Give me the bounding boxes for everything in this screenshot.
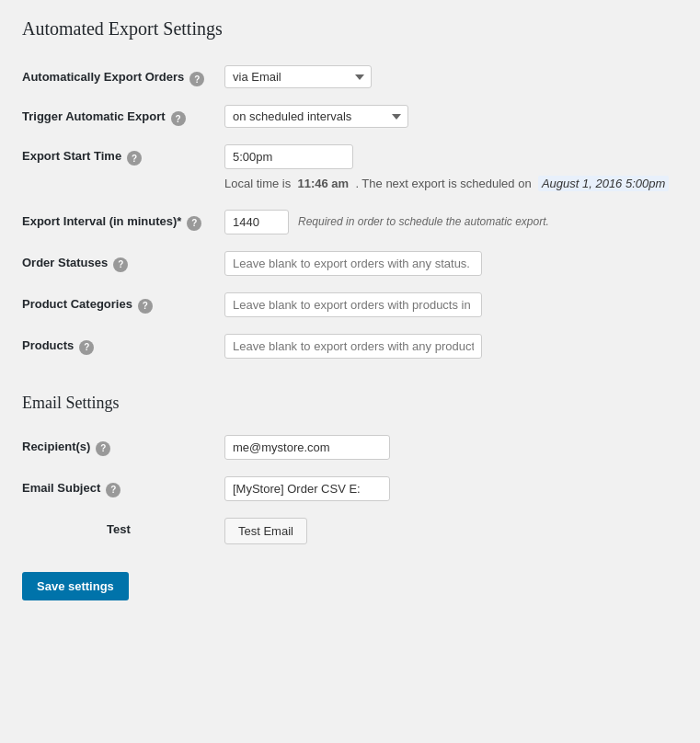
email-settings-table: Recipient(s) ? Email Subject ?	[22, 428, 678, 554]
order-statuses-help-icon[interactable]: ?	[113, 257, 128, 272]
export-interval-field: Required in order to schedule the automa…	[224, 202, 678, 244]
trigger-row: Trigger Automatic Export ? on scheduled …	[22, 97, 678, 137]
order-statuses-label: Order Statuses ?	[22, 244, 224, 285]
email-subject-label: Email Subject ?	[22, 469, 224, 510]
auto-export-label: Automatically Export Orders ?	[22, 58, 224, 97]
export-start-time-row: Export Start Time ? Local time is 11:46 …	[22, 137, 678, 202]
export-interval-input[interactable]	[224, 210, 289, 234]
local-time-value: 11:46 am	[297, 177, 349, 190]
auto-export-select[interactable]: via Email via FTP Disabled	[224, 65, 372, 88]
email-subject-help-icon[interactable]: ?	[106, 483, 120, 497]
products-label: Products ?	[22, 326, 224, 368]
product-categories-help-icon[interactable]: ?	[138, 299, 153, 314]
auto-export-field: via Email via FTP Disabled	[224, 58, 678, 97]
test-row: Test Test Email	[22, 510, 678, 554]
product-categories-row: Product Categories ?	[22, 285, 678, 326]
time-info: Local time is 11:46 am . The next export…	[224, 175, 678, 193]
auto-export-help-icon[interactable]: ?	[189, 72, 204, 86]
order-statuses-input[interactable]	[224, 251, 482, 276]
export-start-time-field: Local time is 11:46 am . The next export…	[224, 137, 678, 202]
products-field	[224, 326, 678, 368]
email-section-title: Email Settings	[22, 394, 678, 413]
order-statuses-row: Order Statuses ?	[22, 244, 678, 285]
save-section: Save settings	[22, 554, 678, 600]
page-title: Automated Export Settings	[22, 18, 678, 40]
export-interval-row: Export Interval (in minutes)* ? Required…	[22, 202, 678, 244]
test-email-button[interactable]: Test Email	[224, 518, 307, 544]
products-help-icon[interactable]: ?	[79, 340, 94, 355]
recipients-row: Recipient(s) ?	[22, 428, 678, 469]
test-label: Test	[22, 510, 224, 554]
product-categories-field	[224, 285, 678, 326]
products-input[interactable]	[224, 334, 482, 359]
trigger-field: on scheduled intervals on new order disa…	[224, 97, 678, 137]
email-subject-field	[224, 469, 678, 510]
product-categories-label: Product Categories ?	[22, 285, 224, 326]
export-start-time-label: Export Start Time ?	[22, 137, 224, 202]
export-start-time-input[interactable]	[224, 144, 353, 169]
email-subject-row: Email Subject ?	[22, 469, 678, 510]
auto-export-row: Automatically Export Orders ? via Email …	[22, 58, 678, 97]
test-field: Test Email	[224, 510, 678, 554]
automated-export-table: Automatically Export Orders ? via Email …	[22, 58, 678, 368]
recipients-label: Recipient(s) ?	[22, 428, 224, 469]
products-row: Products ?	[22, 326, 678, 368]
next-export-date: August 1, 2016 5:00pm	[538, 176, 669, 191]
save-settings-button[interactable]: Save settings	[22, 572, 129, 600]
product-categories-input[interactable]	[224, 292, 482, 317]
export-start-time-help-icon[interactable]: ?	[127, 151, 142, 166]
trigger-select[interactable]: on scheduled intervals on new order disa…	[224, 105, 408, 128]
interval-note: Required in order to schedule the automa…	[298, 215, 549, 228]
order-statuses-field	[224, 244, 678, 285]
trigger-label: Trigger Automatic Export ?	[22, 97, 224, 137]
trigger-help-icon[interactable]: ?	[171, 111, 186, 126]
recipients-field	[224, 428, 678, 469]
recipients-input[interactable]	[224, 435, 390, 460]
export-interval-help-icon[interactable]: ?	[187, 216, 201, 231]
export-interval-label: Export Interval (in minutes)* ?	[22, 202, 224, 244]
email-subject-input[interactable]	[224, 476, 390, 501]
recipients-help-icon[interactable]: ?	[96, 441, 110, 456]
